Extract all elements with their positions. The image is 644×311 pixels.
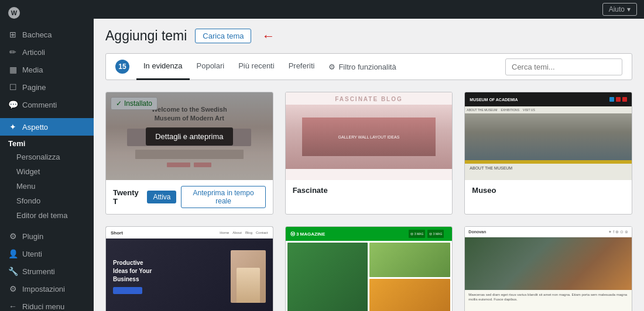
appearance-icon: ✦ <box>8 122 18 132</box>
fascinate-image: GALLERY WALL LAYOUT IDEAS <box>286 105 453 169</box>
theme-footer-fascinate: Fascinate <box>286 180 453 201</box>
media-icon: ▦ <box>8 65 18 74</box>
content-area: Aggiungi temi Carica tema ← 15 In eviden… <box>94 19 644 311</box>
sidebar-item-utenti[interactable]: 👤 Utenti <box>0 245 94 262</box>
search-input[interactable] <box>505 58 622 75</box>
pages-icon: ☐ <box>8 82 18 92</box>
tab-piu-recenti[interactable]: Più recenti <box>231 53 281 80</box>
dashboard-icon: ⊞ <box>8 30 18 39</box>
theme-thumb-short: Short HomeAboutBlogContact ProductiveIde… <box>106 227 273 311</box>
theme-count-badge: 15 <box>115 60 129 74</box>
theme-name-museo: Museo <box>472 186 496 195</box>
tab-popolari[interactable]: Popolari <box>190 53 232 80</box>
donovan-header: Donovan ✦ f ⊕ ⊙ ⊚ <box>465 227 632 237</box>
theme-thumb-twenty: Welcome to the SwedishMuseum of Modern A… <box>106 92 273 180</box>
theme-card-twenty[interactable]: Welcome to the SwedishMuseum of Modern A… <box>105 92 273 215</box>
sidebar-logo: W <box>0 0 94 26</box>
fascinate-logo: FASCINATE BLOG <box>335 96 403 102</box>
page-header: Aggiungi temi Carica tema ← <box>105 28 632 44</box>
settings-icon: ⚙ <box>8 284 18 293</box>
theme-thumb-3mag: Ⓜ 3 MAGAZINE Ⓜ 3 MAG Ⓜ 3 MAG <box>286 227 453 311</box>
tab-preferiti[interactable]: Preferiti <box>282 53 322 80</box>
tab-in-evidenza[interactable]: In evidenza <box>136 53 190 80</box>
sidebar-item-impostazioni[interactable]: ⚙ Impostazioni <box>0 280 94 298</box>
collapse-icon: ← <box>8 302 18 311</box>
wp-icon: W <box>8 7 20 19</box>
themes-grid: Welcome to the SwedishMuseum of Modern A… <box>105 92 632 311</box>
theme-thumb-fascinate: FASCINATE BLOG GALLERY WALL LAYOUT IDEAS <box>286 92 453 180</box>
donovan-image <box>465 237 632 290</box>
sidebar-item-riduci[interactable]: ← Riduci menu <box>0 298 94 311</box>
preview-button-twenty[interactable]: Anteprima in tempo reale <box>181 186 265 208</box>
sidebar-section-temi: Temi <box>0 136 94 150</box>
theme-card-fascinate[interactable]: FASCINATE BLOG GALLERY WALL LAYOUT IDEAS… <box>285 92 453 215</box>
theme-name-fascinate: Fascinate <box>293 186 328 195</box>
theme-card-museo[interactable]: MUSEUM OF ACADEMIA ABOUT THE MUSEUM EXHI… <box>464 92 632 215</box>
tools-icon: 🔧 <box>8 267 18 276</box>
short-hero: ProductiveIdeas for YourBusiness <box>106 239 273 311</box>
sidebar-item-media[interactable]: ▦ Media <box>0 61 94 78</box>
sidebar-item-articoli[interactable]: ✏ Articoli <box>0 43 94 61</box>
theme-card-donovan[interactable]: Donovan ✦ f ⊕ ⊙ ⊚ Maecenas sed diam eget… <box>464 226 632 311</box>
arrow-indicator: ← <box>262 29 275 44</box>
donovan-content: Maecenas sed diam eget risus varius blan… <box>465 290 632 305</box>
page-title: Aggiungi temi <box>105 28 187 44</box>
sidebar-item-aspetto[interactable]: ✦ Aspetto <box>0 118 94 136</box>
themes-search <box>505 58 622 75</box>
sidebar-sub-sfondo[interactable]: Sfondo <box>0 193 94 208</box>
chevron-down-icon: ▾ <box>627 5 631 13</box>
help-button[interactable]: Aiuto ▾ <box>602 3 637 16</box>
theme-footer-twenty: Twenty T Attiva Anteprima in tempo reale <box>106 180 273 214</box>
theme-thumb-museo: MUSEUM OF ACADEMIA ABOUT THE MUSEUM EXHI… <box>465 92 632 180</box>
sidebar-sub-personalizza[interactable]: Personalizza <box>0 150 94 164</box>
museo-header-title: MUSEUM OF ACADEMIA <box>470 98 518 102</box>
theme-name-twenty: Twenty T <box>113 188 142 206</box>
users-icon: 👤 <box>8 249 18 258</box>
activate-button-twenty[interactable]: Attiva <box>147 191 176 203</box>
museo-footer: ABOUT THE MUSEUM <box>465 164 632 172</box>
theme-overlay: Dettagli e anteprima <box>106 92 273 180</box>
short-header: Short HomeAboutBlogContact <box>106 227 273 239</box>
sidebar-item-bacheca[interactable]: ⊞ Bacheca <box>0 26 94 43</box>
3mag-header: Ⓜ 3 MAGAZINE Ⓜ 3 MAG Ⓜ 3 MAG <box>286 227 453 241</box>
details-preview-button[interactable]: Dettagli e anteprima <box>146 127 232 146</box>
tabs-bar: 15 In evidenza Popolari Più recenti Pref… <box>105 53 632 80</box>
museo-header: MUSEUM OF ACADEMIA <box>465 92 632 106</box>
tab-filtro[interactable]: ⚙ Filtro funzionalità <box>321 63 403 71</box>
sidebar-item-commenti[interactable]: 💬 Commenti <box>0 96 94 113</box>
plugin-icon: ⚙ <box>8 231 18 241</box>
theme-card-3magazine[interactable]: Ⓜ 3 MAGAZINE Ⓜ 3 MAG Ⓜ 3 MAG 3 Magazine <box>285 226 453 311</box>
theme-footer-museo: Museo <box>465 180 632 201</box>
main-content: Aiuto ▾ Aggiungi temi Carica tema ← 15 I… <box>94 0 644 311</box>
comments-icon: 💬 <box>8 100 18 109</box>
sidebar-item-plugin[interactable]: ⚙ Plugin <box>0 227 94 245</box>
sidebar: W ⊞ Bacheca ✏ Articoli ▦ Media ☐ Pagine … <box>0 0 94 311</box>
sidebar-item-pagine[interactable]: ☐ Pagine <box>0 78 94 96</box>
upload-theme-button[interactable]: Carica tema <box>195 29 251 43</box>
sidebar-sub-widget[interactable]: Widget <box>0 164 94 179</box>
posts-icon: ✏ <box>8 47 18 57</box>
sidebar-sub-menu[interactable]: Menu <box>0 179 94 193</box>
theme-thumb-donovan: Donovan ✦ f ⊕ ⊙ ⊚ Maecenas sed diam eget… <box>465 227 632 311</box>
topbar: Aiuto ▾ <box>94 0 644 19</box>
sidebar-item-strumenti[interactable]: 🔧 Strumenti <box>0 262 94 280</box>
museo-image <box>465 113 632 160</box>
gear-icon: ⚙ <box>328 63 335 71</box>
sidebar-sub-editor[interactable]: Editor del tema <box>0 208 94 223</box>
theme-card-short[interactable]: Short HomeAboutBlogContact ProductiveIde… <box>105 226 273 311</box>
